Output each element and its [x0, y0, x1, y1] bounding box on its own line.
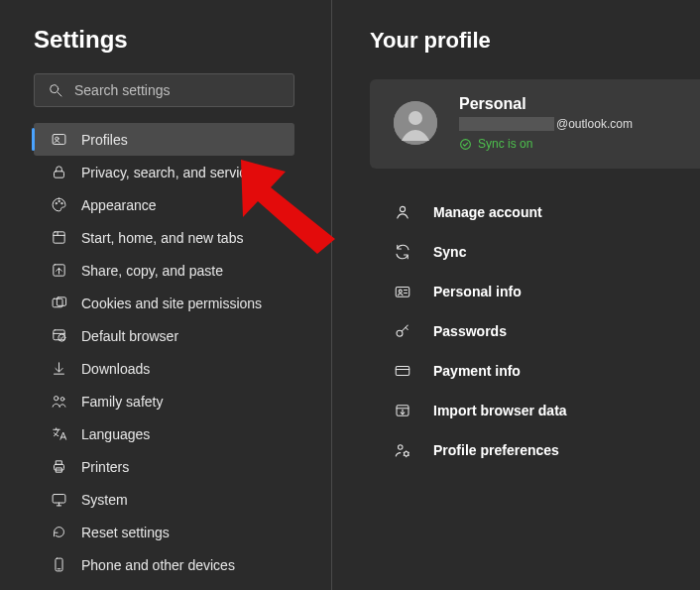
svg-point-6 — [58, 200, 58, 201]
phone-icon — [50, 556, 67, 574]
sidebar-item-privacy[interactable]: Privacy, search, and services — [34, 156, 294, 188]
svg-point-3 — [55, 137, 58, 140]
sidebar-item-default-browser[interactable]: Default browser — [34, 319, 294, 352]
sidebar-item-label: Reset settings — [81, 525, 170, 540]
sidebar-item-languages[interactable]: Languages — [34, 417, 294, 450]
action-sync[interactable]: Sync — [394, 232, 700, 272]
profile-info: Personal @outlook.com Sync is on — [459, 95, 633, 151]
action-personal-info[interactable]: Personal info — [394, 272, 700, 311]
default-browser-icon — [50, 327, 67, 345]
profile-name: Personal — [459, 95, 633, 113]
sidebar-item-label: Cookies and site permissions — [81, 295, 262, 311]
action-label: Import browser data — [433, 403, 567, 418]
sidebar-item-reset[interactable]: Reset settings — [34, 516, 294, 548]
sidebar-item-label: Share, copy, and paste — [81, 263, 223, 279]
action-label: Manage account — [433, 204, 542, 220]
svg-point-7 — [60, 202, 61, 203]
profile-actions: Manage account Sync Personal info Passwo… — [394, 192, 700, 470]
svg-point-21 — [60, 398, 64, 402]
svg-point-20 — [54, 397, 58, 401]
action-profile-preferences[interactable]: Profile preferences — [394, 430, 700, 470]
action-manage-account[interactable]: Manage account — [394, 192, 700, 232]
action-passwords[interactable]: Passwords — [394, 311, 700, 351]
sidebar-item-system[interactable]: System — [34, 483, 294, 516]
svg-rect-8 — [53, 232, 63, 243]
sidebar-item-label: Downloads — [81, 361, 150, 377]
sync-check-icon — [459, 138, 472, 151]
main-title: Your profile — [370, 28, 700, 54]
action-label: Payment info — [433, 363, 521, 379]
sidebar-item-start-home[interactable]: Start, home, and new tabs — [34, 221, 294, 254]
sidebar-item-label: Languages — [81, 426, 150, 442]
action-payment-info[interactable]: Payment info — [394, 351, 700, 391]
svg-point-5 — [55, 202, 56, 203]
svg-point-35 — [400, 206, 405, 211]
action-label: Passwords — [433, 323, 507, 339]
settings-sidebar: Settings Profiles Privacy, search, and s… — [0, 0, 332, 590]
avatar — [394, 101, 437, 145]
svg-rect-41 — [396, 367, 409, 376]
person-icon — [394, 203, 411, 221]
sidebar-item-label: Printers — [81, 459, 129, 475]
sidebar-item-profiles[interactable]: Profiles — [34, 123, 294, 156]
sidebar-item-label: Family safety — [81, 394, 163, 410]
reset-icon — [50, 524, 67, 541]
action-label: Sync — [433, 244, 466, 260]
profile-email: @outlook.com — [459, 117, 633, 131]
lock-icon — [50, 164, 67, 181]
key-icon — [394, 322, 411, 340]
id-card-icon — [394, 283, 411, 300]
svg-rect-4 — [54, 172, 63, 177]
sidebar-item-downloads[interactable]: Downloads — [34, 352, 294, 385]
sync-status: Sync is on — [459, 137, 633, 151]
sidebar-item-label: System — [81, 492, 128, 508]
sidebar-item-label: Privacy, search, and services — [81, 165, 261, 180]
appearance-icon — [50, 196, 67, 214]
redacted-email-local — [459, 117, 554, 131]
action-label: Personal info — [433, 284, 522, 299]
profile-gear-icon — [394, 441, 411, 459]
credit-card-icon — [394, 362, 411, 380]
svg-point-33 — [408, 111, 422, 125]
sidebar-item-phone[interactable]: Phone and other devices — [34, 548, 294, 581]
share-icon — [50, 262, 67, 280]
sidebar-item-about[interactable]: About Microsoft Edge — [34, 581, 294, 590]
languages-icon — [50, 425, 67, 443]
svg-point-46 — [405, 452, 409, 457]
sidebar-item-label: Default browser — [81, 328, 178, 344]
sidebar-item-share[interactable]: Share, copy, and paste — [34, 254, 294, 287]
sidebar-item-printers[interactable]: Printers — [34, 450, 294, 483]
search-wrap — [34, 73, 294, 107]
sidebar-nav: Profiles Privacy, search, and services A… — [34, 123, 317, 590]
sidebar-item-family[interactable]: Family safety — [34, 385, 294, 417]
sync-icon — [394, 243, 411, 261]
sidebar-item-appearance[interactable]: Appearance — [34, 188, 294, 221]
svg-point-45 — [399, 445, 404, 450]
svg-rect-23 — [54, 464, 63, 470]
search-input[interactable] — [34, 73, 294, 107]
sidebar-item-label: Phone and other devices — [81, 557, 235, 573]
start-home-icon — [50, 229, 67, 247]
system-icon — [50, 491, 67, 509]
downloads-icon — [50, 360, 67, 378]
sidebar-item-label: Start, home, and new tabs — [81, 230, 243, 246]
action-import-browser-data[interactable]: Import browser data — [394, 391, 700, 430]
sync-status-text: Sync is on — [478, 137, 532, 151]
action-label: Profile preferences — [433, 442, 559, 458]
family-icon — [50, 393, 67, 411]
profile-card: Personal @outlook.com Sync is on — [370, 79, 700, 169]
sidebar-item-cookies[interactable]: Cookies and site permissions — [34, 287, 294, 319]
svg-rect-24 — [56, 461, 61, 465]
sidebar-item-label: Appearance — [81, 197, 157, 213]
svg-rect-26 — [53, 495, 65, 504]
page-title: Settings — [34, 26, 317, 54]
main-panel: Your profile Personal @outlook.com — [332, 0, 700, 590]
sidebar-item-label: Profiles — [81, 132, 128, 148]
email-domain: @outlook.com — [556, 117, 633, 131]
cookies-icon — [50, 295, 67, 312]
printers-icon — [50, 458, 67, 476]
import-icon — [394, 402, 411, 419]
profiles-icon — [50, 131, 67, 149]
svg-point-37 — [399, 290, 402, 293]
